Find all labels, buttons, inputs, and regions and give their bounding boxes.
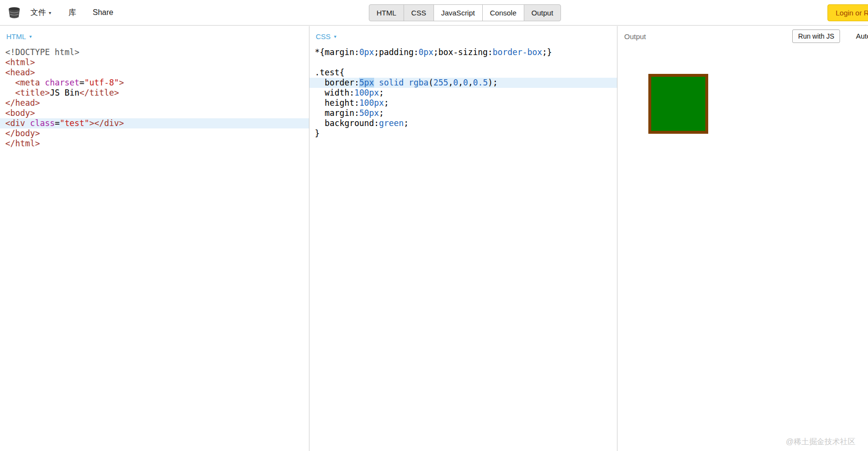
code-token [5, 88, 15, 98]
code-token [374, 78, 379, 87]
code-line[interactable]: <title>JS Bin</title> [0, 88, 309, 98]
code-token: 100px [354, 88, 379, 98]
output-title: Output [624, 32, 646, 41]
code-token: class [30, 118, 55, 128]
code-line[interactable]: width:100px; [309, 88, 617, 98]
output-header: Output Run with JS Auto [617, 26, 868, 46]
code-line[interactable]: border:5px solid rgba(255,0,0,0.5); [309, 78, 617, 88]
chevron-down-icon: ▾ [29, 34, 32, 39]
file-menu-label: 文件 [30, 8, 46, 18]
code-token: <div [5, 118, 25, 128]
css-panel: CSS ▾ *{margin:0px;padding:0px;box-sizin… [309, 26, 617, 451]
jsbin-app: 文件 ▾ 库 Share HTMLCSSJavaScriptConsoleOut… [0, 0, 868, 451]
panel-tabs: HTMLCSSJavaScriptConsoleOutput [369, 4, 561, 21]
code-token: ;box-sizing: [434, 47, 493, 57]
jsbin-logo-icon[interactable] [8, 7, 21, 19]
code-token: </head> [5, 98, 40, 108]
code-line[interactable]: <body> [0, 108, 309, 118]
code-token [25, 118, 30, 128]
code-token: <head> [5, 68, 35, 77]
code-token: ;padding: [374, 47, 419, 57]
code-line[interactable]: <!DOCTYPE html> [0, 47, 309, 57]
code-token: ;} [542, 47, 552, 57]
code-token: 0px [359, 47, 374, 57]
tab-output[interactable]: Output [524, 4, 561, 21]
tab-css[interactable]: CSS [404, 4, 434, 21]
html-panel: HTML ▾ <!DOCTYPE html><html><head> <meta… [0, 26, 309, 451]
tab-html[interactable]: HTML [369, 4, 404, 21]
code-line[interactable]: background:green; [309, 118, 617, 128]
css-panel-menu[interactable]: CSS ▾ [309, 26, 617, 46]
code-line[interactable]: <meta charset="utf-8"> [0, 78, 309, 88]
code-token: = [80, 78, 84, 87]
tab-console[interactable]: Console [482, 4, 524, 21]
code-token: "utf-8" [84, 78, 119, 87]
code-line[interactable]: <head> [0, 68, 309, 78]
code-token: = [55, 118, 59, 128]
file-menu[interactable]: 文件 ▾ [30, 8, 51, 18]
chevron-down-icon: ▾ [49, 10, 51, 15]
output-test-div [648, 74, 708, 134]
library-menu[interactable]: 库 [69, 8, 76, 18]
code-token: ; [379, 108, 384, 118]
code-token: *{margin: [315, 47, 359, 57]
code-token: <meta [15, 78, 40, 87]
code-token: ; [379, 88, 384, 98]
code-line[interactable]: *{margin:0px;padding:0px;box-sizing:bord… [309, 47, 617, 57]
run-with-js-button[interactable]: Run with JS [792, 29, 840, 43]
code-token: green [379, 118, 404, 128]
share-menu[interactable]: Share [93, 8, 113, 17]
code-token: <html> [5, 57, 35, 67]
code-token [5, 78, 15, 87]
code-token: , [458, 78, 463, 87]
code-line[interactable]: </html> [0, 139, 309, 149]
code-token: charset [45, 78, 80, 87]
code-line[interactable] [309, 57, 617, 68]
code-line[interactable]: </body> [0, 128, 309, 139]
code-token: </body> [5, 128, 40, 138]
html-panel-title: HTML [6, 32, 26, 41]
code-token [404, 78, 408, 87]
code-token: width: [315, 88, 354, 98]
code-token: border-box [493, 47, 542, 57]
code-token: margin: [315, 108, 359, 118]
code-token: 0 [463, 78, 468, 87]
code-token: 0 [453, 78, 458, 87]
watermark: @稀土掘金技术社区 [786, 437, 855, 447]
code-token: ; [384, 98, 389, 108]
code-line[interactable]: .test{ [309, 68, 617, 78]
code-token: </html> [5, 139, 40, 148]
code-token: } [315, 128, 320, 138]
html-panel-menu[interactable]: HTML ▾ [0, 26, 309, 46]
chevron-down-icon: ▾ [334, 34, 336, 39]
output-panel: Output Run with JS Auto [617, 26, 868, 451]
tab-javascript[interactable]: JavaScript [434, 4, 483, 21]
output-frame [617, 46, 868, 451]
code-line[interactable]: margin:50px; [309, 108, 617, 118]
code-line[interactable]: </head> [0, 98, 309, 108]
code-token: </title> [80, 88, 119, 98]
login-button[interactable]: Login or R [827, 4, 868, 21]
auto-run-label[interactable]: Auto [856, 32, 868, 40]
html-editor[interactable]: <!DOCTYPE html><html><head> <meta charse… [0, 46, 309, 149]
code-token [40, 78, 45, 87]
code-token: <!DOCTYPE html> [5, 47, 80, 57]
code-line[interactable]: <html> [0, 57, 309, 68]
code-line[interactable]: height:100px; [309, 98, 617, 108]
code-token: height: [315, 98, 359, 108]
code-token: solid [379, 78, 404, 87]
code-token: > [119, 78, 124, 87]
code-line[interactable]: } [309, 128, 617, 139]
code-token: 0px [419, 47, 434, 57]
code-token: ; [404, 118, 408, 128]
code-token: , [468, 78, 473, 87]
code-line[interactable]: <div class="test"></div> [0, 118, 309, 128]
code-token: ></div> [89, 118, 124, 128]
code-token: 5px [359, 78, 374, 87]
code-token: background: [315, 118, 379, 128]
code-token: ); [488, 78, 497, 87]
css-editor[interactable]: *{margin:0px;padding:0px;box-sizing:bord… [309, 46, 617, 139]
code-token: <body> [5, 108, 35, 118]
code-token: .test{ [315, 68, 344, 77]
code-token: 0.5 [473, 78, 488, 87]
